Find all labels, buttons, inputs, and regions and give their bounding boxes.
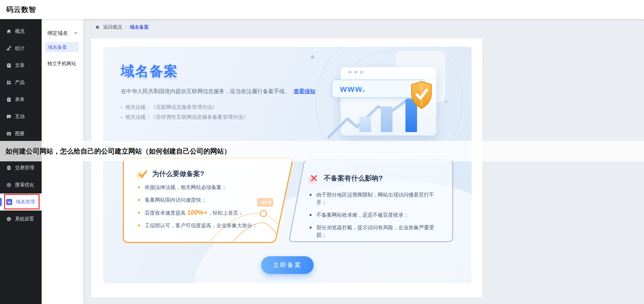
- sidebar-item-products[interactable]: 产品: [0, 74, 42, 91]
- bullet-dot: [121, 117, 122, 118]
- interaction-icon: [6, 114, 12, 119]
- sidebar-item-settings[interactable]: 系统设置: [0, 211, 42, 228]
- submenu-item-domain-filing[interactable]: 域名备案: [45, 42, 79, 52]
- check-icon: [138, 170, 147, 178]
- sidebar-item-label: 产品: [15, 79, 25, 86]
- active-indicator: [0, 198, 2, 206]
- browser-dots: [348, 71, 363, 74]
- annotation-highlight-box: [4, 194, 40, 209]
- file-now-button[interactable]: 立即备案: [261, 256, 314, 274]
- no-filing-impact-card: 不备案有什么影响? 由于部分地区运营商限制，网站出现访问慢甚至打不开； 不备案网…: [288, 159, 453, 242]
- impact-card-title: 不备案有什么影响?: [324, 174, 383, 183]
- breadcrumb: 返回概况 / 域名备案: [83, 19, 644, 35]
- view-notice-link[interactable]: 查看须知: [294, 88, 315, 94]
- hero-subtitle-text: 在中华人民共和国境内提供互联网信息服务，应当依法履行备案手续。: [121, 88, 290, 94]
- shield-check-icon: [410, 81, 433, 110]
- chevron-down-icon: [74, 32, 77, 34]
- dot-decoration: [311, 55, 314, 59]
- why-card-content: 为什么要做备案? 依据法律法规，相关网站必须备案； 备案网站国内访问速度快； 百…: [123, 158, 294, 229]
- sidebar-item-label: 概况: [15, 28, 25, 34]
- regulation-item: 相关法规：《非经营性互联网信息服务备案管理办法》: [121, 114, 315, 120]
- sidebar-item-label: 系统设置: [15, 216, 34, 222]
- bullet-dot: [121, 107, 122, 108]
- top-header: 码云数智: [0, 0, 644, 19]
- sidebar-item-label: 互动: [15, 114, 25, 120]
- list-item: 不备案网站收录难，迟迟不被百度收录；: [310, 211, 443, 219]
- secondary-sidebar: 绑定域名 域名备案 独立手机网站: [42, 19, 83, 304]
- why-filing-card: ↑SEO 为什么要做备案? 依据法律法规，相关网站必须备案；: [123, 158, 294, 243]
- breadcrumb-separator: /: [125, 25, 127, 30]
- caption-overlay: 如何建公司网站，怎么给自己的公司建立网站（如何创建自己公司的网站）: [0, 141, 644, 161]
- regulation-list: 相关法规：《互联网信息服务管理办法》 相关法规：《非经营性互联网信息服务备案管理…: [121, 104, 315, 120]
- submenu-group-label: 绑定域名: [47, 30, 68, 37]
- sidebar-item-label: 交易管理: [15, 165, 34, 171]
- home-icon: [95, 25, 100, 30]
- sidebar-item-label: 图册: [15, 131, 25, 137]
- sidebar-item-seo[interactable]: 搜索优化: [0, 176, 42, 193]
- sidebar-item-label: 表单: [15, 97, 25, 103]
- form-icon: [6, 97, 12, 102]
- x-icon: [310, 174, 319, 183]
- caption-text: 如何建公司网站，怎么给自己的公司建立网站（如何创建自己公司的网站）: [5, 147, 231, 156]
- sidebar-item-forms[interactable]: 表单: [0, 91, 42, 108]
- app-logo: 码云数智: [6, 5, 36, 14]
- hero-section: 域名备案 在中华人民共和国境内提供互联网信息服务，应当依法履行备案手续。查看须知…: [121, 62, 315, 120]
- regulation-text: 相关法规：《非经营性互联网信息服务备案管理办法》: [125, 114, 248, 120]
- article-icon: [6, 63, 12, 68]
- sidebar-item-label: 统计: [15, 45, 25, 52]
- impact-card-title-row: 不备案有什么影响?: [310, 174, 443, 183]
- breadcrumb-back-link[interactable]: 返回概况: [103, 24, 122, 30]
- regulation-item: 相关法规：《互联网信息服务管理办法》: [121, 104, 315, 111]
- sidebar-item-label: 搜索优化: [15, 182, 34, 188]
- sidebar-item-gallery[interactable]: 图册: [0, 125, 42, 142]
- impact-card-content: 不备案有什么影响? 由于部分地区运营商限制，网站出现访问慢甚至打不开； 不备案网…: [288, 159, 453, 239]
- page-card: 域名备案 在中华人民共和国境内提供互联网信息服务，应当依法履行备案手续。查看须知…: [91, 39, 482, 298]
- settings-icon: [6, 216, 12, 222]
- sidebar-item-interaction[interactable]: 互动: [0, 108, 42, 125]
- why-card-title: 为什么要做备案?: [152, 169, 204, 178]
- hero-subtitle: 在中华人民共和国境内提供互联网信息服务，应当依法履行备案手续。查看须知: [121, 88, 315, 95]
- regulation-text: 相关法规：《互联网信息服务管理办法》: [125, 104, 217, 111]
- sidebar-item-trade[interactable]: 交易管理: [0, 159, 42, 176]
- stats-icon: [6, 46, 12, 51]
- sidebar-item-overview[interactable]: 概况: [0, 23, 42, 40]
- list-item: 百度收录速度提高 100%+，轻松上首页；: [138, 209, 283, 217]
- sidebar-item-articles[interactable]: 文章: [0, 57, 42, 74]
- main-sidebar: 概况 统计 文章 产品 表单 互动 图册: [0, 19, 42, 304]
- sidebar-item-stats[interactable]: 统计: [0, 40, 42, 57]
- seo-icon: [6, 182, 12, 188]
- sidebar-item-label: 文章: [15, 62, 25, 69]
- breadcrumb-current[interactable]: 域名备案: [130, 24, 149, 30]
- page-title: 域名备案: [121, 62, 315, 81]
- seo-badge: ↑SEO: [257, 198, 273, 207]
- submenu-group-bind-domain[interactable]: 绑定域名: [42, 30, 83, 37]
- submenu-item-mobile-site[interactable]: 独立手机网站: [42, 59, 83, 68]
- filing-banner-panel: 域名备案 在中华人民共和国境内提供互联网信息服务，应当依法履行备案手续。查看须知…: [103, 47, 472, 283]
- info-cards-row: ↑SEO 为什么要做备案? 依据法律法规，相关网站必须备案；: [103, 158, 472, 243]
- why-card-title-row: 为什么要做备案?: [138, 169, 283, 178]
- app: 码云数智 概况 统计 文章 产品 表单 互动 图册: [0, 0, 644, 304]
- list-item: 工信部认可，客户可信度提高，企业形象大加分；: [138, 222, 283, 229]
- list-item: 由于部分地区运营商限制，网站出现访问慢甚至打不开；: [310, 191, 443, 206]
- list-item: 部分浏览器拦截，提示访问有风险，企业形象严重受损；: [310, 224, 443, 239]
- impact-card-list: 由于部分地区运营商限制，网站出现访问慢甚至打不开； 不备案网站收录难，迟迟不被百…: [310, 191, 443, 239]
- filing-illustration: www.: [328, 48, 472, 154]
- trade-icon: [6, 165, 12, 171]
- product-icon: [6, 80, 12, 85]
- gallery-icon: [6, 131, 12, 136]
- content-area: 返回概况 / 域名备案 域名备案 在中华人民共和国境内提供互联网信息服务，应当依…: [83, 19, 644, 304]
- list-item: 依据法律法规，相关网站必须备案；: [138, 184, 283, 191]
- highlight-100-percent: 100%+: [187, 209, 207, 216]
- address-bar-text: www.: [340, 84, 366, 94]
- home-icon: [6, 29, 12, 34]
